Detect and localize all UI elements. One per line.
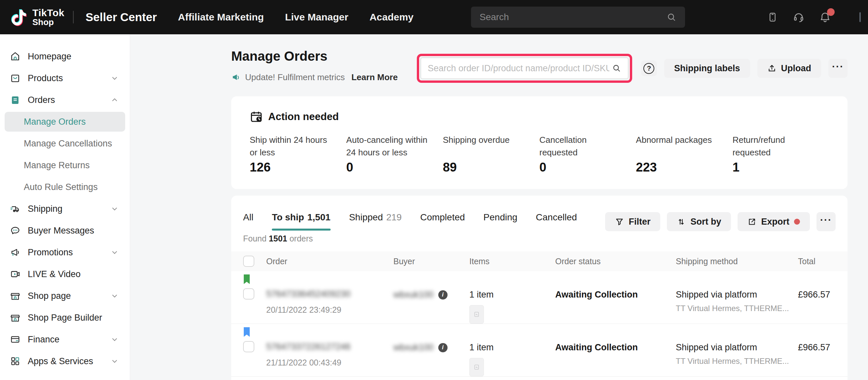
stat-value: 1 [733,160,819,174]
tab-to-ship[interactable]: To ship 1,501 [272,212,331,231]
sidebar-item-shop-page-builder[interactable]: Shop Page Builder [0,307,130,329]
global-search[interactable] [471,7,685,28]
shipping-method: Shipped via platform [676,289,786,300]
items-count: 1 item [469,289,543,300]
tab-shipped[interactable]: Shipped 219 [349,212,402,231]
sidebar-item-products[interactable]: Products [0,67,130,89]
title-block: Manage Orders Update! Fulfilment metrics… [231,49,398,82]
more-actions-button[interactable]: ··· [828,59,847,78]
sidebar-item-label: LIVE & Video [28,269,81,279]
mobile-app-icon[interactable] [767,11,778,23]
sort-by-button[interactable]: Sort by [667,212,731,231]
buyer-info-icon[interactable]: i [438,343,447,352]
sidebar-item-label: Buyer Messages [28,226,94,236]
page-toolbar: ? Shipping labels Upload ··· [421,58,847,79]
sidebar-item-promotions[interactable]: Promotions [0,241,130,263]
sidebar-item-shop-page[interactable]: Shop page [0,285,130,307]
buyer-name-masked[interactable]: wbxuk100 [393,289,434,300]
apps-grid-icon [10,356,21,367]
sidebar-item-label: Orders [28,95,55,105]
tab-label: All [243,212,253,223]
sidebar-item-auto-rule-settings[interactable]: Auto Rule Settings [0,176,130,198]
nav-seller-center[interactable]: Seller Center [86,10,157,24]
learn-more-link[interactable]: Learn More [351,72,398,82]
stat-cancellation-requested[interactable]: Cancellation requested 0 [539,134,636,174]
order-search-box[interactable] [421,58,628,79]
tab-label: Pending [484,212,518,223]
tab-all[interactable]: All [243,212,253,231]
product-thumbnail[interactable] [469,305,484,323]
nav-academy[interactable]: Academy [370,11,413,23]
buyer-info-icon[interactable]: i [438,290,447,300]
filter-button[interactable]: Filter [605,212,660,231]
tab-completed[interactable]: Completed [420,212,465,231]
tiktok-shop-logo[interactable]: TikTok Shop [10,8,64,27]
sidebar-item-buyer-messages[interactable]: Buyer Messages [0,220,130,241]
sidebar-item-orders[interactable]: Orders [0,89,130,111]
action-needed-title: Action needed [268,111,339,123]
more-table-actions-button[interactable]: ··· [816,212,836,231]
order-search-input[interactable] [428,63,609,74]
search-icon[interactable] [612,64,621,73]
support-headset-icon[interactable] [793,11,805,23]
order-id-masked[interactable]: 57647336452409230 [266,289,381,299]
filter-label: Filter [628,217,650,227]
found-prefix: Found [243,234,267,243]
tab-label: Cancelled [536,212,577,223]
tab-cancelled[interactable]: Cancelled [536,212,577,231]
stat-ship-within-24h[interactable]: Ship within 24 hours or less 126 [250,134,346,174]
stat-label: Shipping overdue [443,134,529,160]
tiktok-note-icon [10,8,28,27]
products-icon [10,73,21,83]
stat-abnormal-packages[interactable]: Abnormal packages 223 [636,134,732,174]
tab-pending[interactable]: Pending [484,212,518,231]
buyer-name-masked[interactable]: wbxuk100 [393,342,434,353]
chevron-down-icon [111,336,119,343]
sidebar-item-live-video[interactable]: LIVE & Video [0,263,130,285]
order-id-masked[interactable]: 57647337226127246 [266,342,381,352]
bookmark-flag-icon[interactable] [243,327,250,337]
stat-label: Auto-canceling within 24 hours or less [346,134,433,160]
shipping-carrier: TT Virtual Hermes, TTHERME... [676,356,786,366]
orders-tabs-row: All To ship 1,501 Shipped 219 Completed [231,212,847,231]
sidebar-item-homepage[interactable]: Homepage [0,45,130,67]
sidebar-item-finance[interactable]: Finance [0,329,130,350]
page-title: Manage Orders [231,49,398,64]
sidebar-item-label: Promotions [28,247,73,257]
sidebar-item-manage-orders[interactable]: Manage Orders [0,111,130,133]
row-checkbox[interactable] [243,288,254,300]
notifications-bell-icon[interactable] [819,11,831,23]
help-button[interactable]: ? [641,60,657,76]
sidebar-item-apps-services[interactable]: Apps & Services [0,350,130,372]
tab-label: Shipped [349,212,383,223]
stat-shipping-overdue[interactable]: Shipping overdue 89 [443,134,539,174]
nav-live-manager[interactable]: Live Manager [285,11,348,23]
stat-label: Ship within 24 hours or less [250,134,336,160]
stat-label: Abnormal packages [636,134,722,160]
filter-funnel-icon [615,217,624,226]
bookmark-flag-icon[interactable] [243,274,250,284]
sidebar-item-shipping[interactable]: Shipping [0,198,130,220]
upload-button[interactable]: Upload [757,59,822,78]
order-date: 20/11/2022 23:49:29 [266,305,381,315]
row-checkbox[interactable] [243,341,254,352]
upload-icon [767,64,776,73]
global-search-input[interactable] [479,12,662,23]
order-total: £966.57 [798,342,836,353]
sidebar-item-manage-returns[interactable]: Manage Returns [0,154,130,176]
product-thumbnail[interactable] [469,358,484,376]
stat-return-refund-requested[interactable]: Return/refund requested 1 [733,134,829,174]
brand-sub: Shop [32,18,64,27]
chevron-up-icon [111,96,119,104]
stat-auto-canceling[interactable]: Auto-canceling within 24 hours or less 0 [346,134,442,174]
sidebar-subitem-label: Manage Orders [5,112,125,132]
sidebar-item-manage-cancellations[interactable]: Manage Cancellations [0,133,130,154]
nav-affiliate-marketing[interactable]: Affiliate Marketing [178,11,264,23]
table-row: 57647336452409230 20/11/2022 23:49:29 wb… [231,271,847,324]
select-all-checkbox[interactable] [243,256,254,267]
shipping-labels-button[interactable]: Shipping labels [664,59,750,78]
main-content: Manage Orders Update! Fulfilment metrics… [130,34,868,380]
export-button[interactable]: Export [738,212,810,231]
search-icon[interactable] [666,12,676,22]
column-header-order: Order [254,256,381,266]
